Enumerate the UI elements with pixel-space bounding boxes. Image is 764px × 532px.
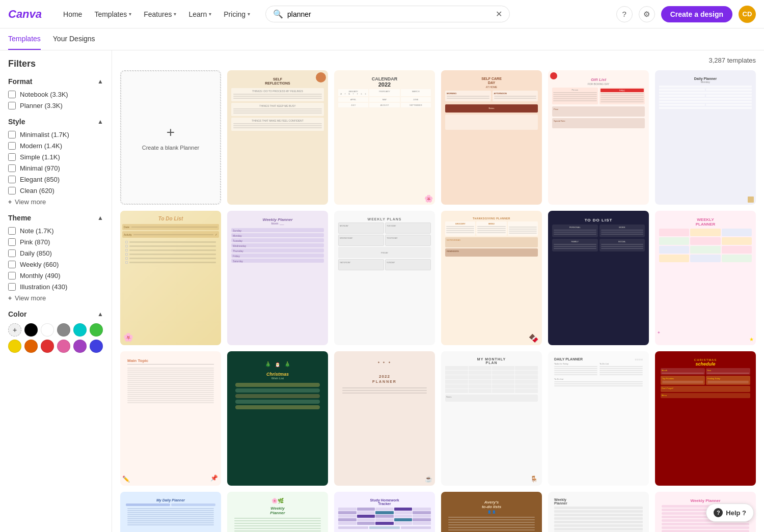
checkbox-pink[interactable] bbox=[8, 238, 16, 246]
color-white[interactable] bbox=[41, 323, 54, 337]
filter-minimalist[interactable]: Minimalist (1.7K) bbox=[8, 131, 103, 138]
color-pink[interactable] bbox=[57, 340, 70, 353]
filter-format-header[interactable]: Format ▲ bbox=[8, 77, 103, 86]
search-input[interactable] bbox=[287, 10, 492, 18]
tab-templates[interactable]: Templates bbox=[8, 29, 41, 50]
color-chevron-icon: ▲ bbox=[97, 311, 103, 318]
template-weekly-planner-pink[interactable]: WEEKLYPLANNER bbox=[655, 211, 756, 345]
label-modern: Modern (1.4K) bbox=[20, 142, 62, 150]
color-black[interactable] bbox=[24, 323, 38, 337]
color-orange[interactable] bbox=[24, 340, 38, 353]
label-weekly: Weekly (660) bbox=[20, 261, 59, 268]
template-study-tracker[interactable]: Study HomeworkTracker bbox=[334, 492, 435, 532]
color-gray[interactable] bbox=[57, 323, 70, 337]
filter-weekly[interactable]: Weekly (660) bbox=[8, 261, 103, 268]
tab-your-designs[interactable]: Your Designs bbox=[53, 29, 95, 50]
main-layout: Filters Format ▲ Notebook (3.3K) Planner… bbox=[0, 50, 764, 532]
theme-view-more[interactable]: + View more bbox=[8, 294, 103, 302]
filter-theme-header[interactable]: Theme ▲ bbox=[8, 214, 103, 222]
checkbox-notebook[interactable] bbox=[8, 91, 16, 98]
template-todo-list[interactable]: To Do List Date: Activity ✓ bbox=[120, 211, 221, 345]
nav-templates[interactable]: Templates ▾ bbox=[89, 7, 137, 21]
template-count: 3,287 templates bbox=[708, 57, 756, 64]
label-minimal: Minimal (970) bbox=[20, 164, 60, 172]
template-weekly-planner[interactable]: Weekly Planner Month: ___ Sunday Monday … bbox=[227, 211, 328, 345]
color-green[interactable] bbox=[90, 323, 103, 337]
add-color-swatch[interactable]: + bbox=[8, 323, 21, 337]
template-self-reflections[interactable]: SELFREFLECTIONS THINGS I DO TO PROCESS M… bbox=[227, 70, 328, 205]
checkbox-elegant[interactable] bbox=[8, 176, 16, 183]
color-teal[interactable] bbox=[73, 323, 87, 337]
pricing-chevron-icon: ▾ bbox=[248, 11, 250, 17]
template-todo-dark[interactable]: TO DO LIST PERSONAL WORK FAMILY bbox=[548, 211, 649, 345]
checkbox-modern[interactable] bbox=[8, 142, 16, 150]
style-view-more[interactable]: + View more bbox=[8, 198, 103, 206]
checkbox-minimal[interactable] bbox=[8, 164, 16, 172]
create-blank-card[interactable]: + Create a blank Planner bbox=[120, 70, 221, 205]
template-weekly-planner-4[interactable]: WeeklyPlanner bbox=[548, 492, 649, 532]
filter-modern[interactable]: Modern (1.4K) bbox=[8, 142, 103, 150]
filter-illustration[interactable]: Illustration (430) bbox=[8, 283, 103, 291]
template-grid: + Create a blank Planner SELFREFLECTIONS… bbox=[120, 70, 756, 532]
filter-monthly[interactable]: Monthly (490) bbox=[8, 272, 103, 279]
filter-elegant[interactable]: Elegant (850) bbox=[8, 176, 103, 183]
filter-pink[interactable]: Pink (870) bbox=[8, 238, 103, 246]
template-main-topic[interactable]: Main Topic 📌 ✏️ bbox=[120, 351, 221, 486]
checkbox-weekly[interactable] bbox=[8, 261, 16, 268]
template-christmas[interactable]: 🎄 🎅 🎄 Christmas Wish List bbox=[227, 351, 328, 486]
template-daily-planner-2[interactable]: DAILY PLANNER ☆☆☆☆ Tasks for Today To-Do… bbox=[548, 351, 649, 486]
help-button[interactable]: ? bbox=[616, 6, 633, 22]
search-icon: 🔍 bbox=[273, 9, 283, 19]
template-weekly-plans[interactable]: WEEKLY PLANS MONDAY TUESDAY WEDNESDAY TH… bbox=[334, 211, 435, 345]
sub-nav: Templates Your Designs bbox=[0, 29, 764, 50]
checkbox-note[interactable] bbox=[8, 227, 16, 235]
color-red[interactable] bbox=[41, 340, 54, 353]
filter-color-header[interactable]: Color ▲ bbox=[8, 310, 103, 318]
filter-clean[interactable]: Clean (620) bbox=[8, 187, 103, 194]
create-design-button[interactable]: Create a design bbox=[661, 6, 732, 22]
checkbox-minimalist[interactable] bbox=[8, 131, 16, 138]
checkbox-monthly[interactable] bbox=[8, 272, 16, 279]
filter-minimal[interactable]: Minimal (970) bbox=[8, 164, 103, 172]
settings-button[interactable]: ⚙ bbox=[639, 6, 655, 22]
nav-pricing[interactable]: Pricing ▾ bbox=[219, 7, 255, 21]
template-averys-todo[interactable]: Avery'sto-do lists 👤 👤 bbox=[441, 492, 542, 532]
checkbox-illustration[interactable] bbox=[8, 283, 16, 291]
filter-notebook[interactable]: Notebook (3.3K) bbox=[8, 91, 103, 98]
template-my-daily-planner[interactable]: My Daily Planner bbox=[120, 492, 221, 532]
color-yellow[interactable] bbox=[8, 340, 21, 353]
logo[interactable]: Canva bbox=[8, 8, 42, 21]
checkbox-planner[interactable] bbox=[8, 102, 16, 109]
template-calendar-2022[interactable]: CALENDAR 2022 JANUARYMTWTFSS FEBRUARY MA… bbox=[334, 70, 435, 205]
template-christmas-schedule[interactable]: CHRISTMAS schedule Month Year bbox=[655, 351, 756, 486]
filter-planner[interactable]: Planner (3.3K) bbox=[8, 102, 103, 109]
nav-learn[interactable]: Learn ▾ bbox=[183, 7, 216, 21]
plus-icon-create: + bbox=[167, 124, 175, 141]
checkbox-clean[interactable] bbox=[8, 187, 16, 194]
search-clear-icon[interactable]: ✕ bbox=[496, 9, 502, 19]
checkbox-daily[interactable] bbox=[8, 249, 16, 257]
filter-note[interactable]: Note (1.7K) bbox=[8, 227, 103, 235]
label-pink: Pink (870) bbox=[20, 238, 50, 246]
template-self-care-day[interactable]: SELF CAREDAY AT HOME MORNING AFTERNOON N… bbox=[441, 70, 542, 205]
checkbox-simple[interactable] bbox=[8, 153, 16, 161]
template-monthly-plan[interactable]: MY MONTHLY PLAN Notes 🪑 bbox=[441, 351, 542, 486]
template-gift-list[interactable]: Gift List FOR BOXING DAY Person Gift(s) bbox=[548, 70, 649, 205]
avatar[interactable]: CD bbox=[739, 6, 756, 23]
label-illustration: Illustration (430) bbox=[20, 283, 67, 291]
nav-home[interactable]: Home bbox=[58, 7, 87, 21]
filter-simple[interactable]: Simple (1.1K) bbox=[8, 153, 103, 161]
template-thanksgiving[interactable]: THANKSGIVING PLANNER GROCERY MENU bbox=[441, 211, 542, 345]
template-daily-planner[interactable]: Daily Planner Monday bbox=[655, 70, 756, 205]
template-weekly-planner-3[interactable]: 🌸🌿 WeeklyPlanner bbox=[227, 492, 328, 532]
label-planner: Planner (3.3K) bbox=[20, 102, 63, 109]
filter-format-section: Format ▲ Notebook (3.3K) Planner (3.3K) bbox=[8, 77, 103, 109]
label-minimalist: Minimalist (1.7K) bbox=[20, 131, 69, 138]
help-float-button[interactable]: ? Help ? bbox=[706, 503, 754, 522]
nav-features[interactable]: Features ▾ bbox=[139, 7, 181, 21]
filter-daily[interactable]: Daily (850) bbox=[8, 249, 103, 257]
color-purple[interactable] bbox=[73, 340, 87, 353]
color-blue[interactable] bbox=[90, 340, 103, 353]
template-planner-2022[interactable]: ✦ ✦ ✦ 2022 PLANNER ☕ bbox=[334, 351, 435, 486]
filter-style-header[interactable]: Style ▲ bbox=[8, 118, 103, 126]
